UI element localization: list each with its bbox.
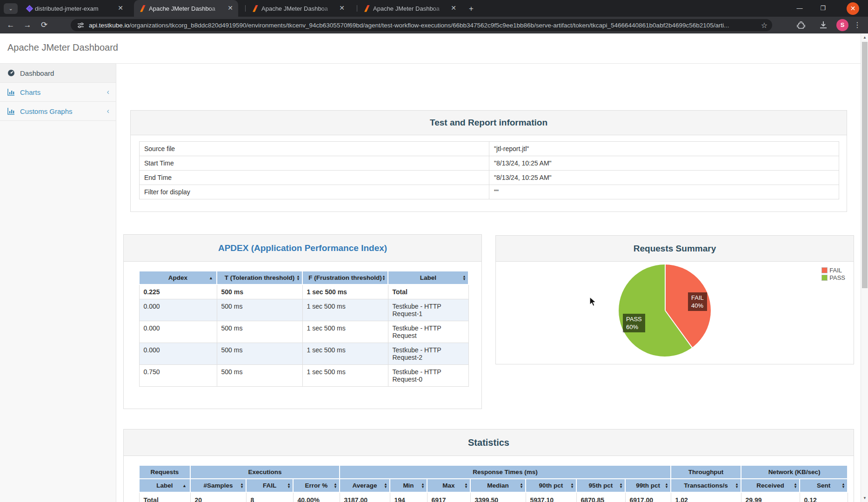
column-header-sent[interactable]: Sent▴▾ (800, 479, 848, 492)
sort-icon: ▴▾ (465, 483, 467, 489)
legend-item-fail: FAIL (821, 266, 845, 274)
pie-slice-divider (665, 264, 666, 310)
extensions-icon[interactable] (796, 20, 806, 30)
cell: 8 (246, 492, 293, 502)
sort-icon: ▴▾ (571, 483, 573, 489)
tab-close-icon[interactable]: ✕ (226, 4, 234, 13)
sidebar-item-charts[interactable]: Charts ‹ (0, 83, 116, 102)
panel-header: APDEX (Application Performance Index) (124, 235, 481, 262)
table-row: 0.000 500 ms 1 sec 500 ms Testkube - HTT… (139, 299, 468, 321)
cell: 40.00% (293, 492, 340, 502)
mouse-cursor (589, 297, 598, 307)
sort-icon: ▴▾ (666, 483, 668, 489)
screen: ⌄ distributed-jmeter-exam ✕ Apache JMete… (0, 0, 868, 502)
scroll-down-icon[interactable]: ▼ (861, 496, 868, 500)
column-header-received[interactable]: Received▴▾ (741, 479, 800, 492)
group-header-network: Network (KB/sec) (741, 465, 848, 479)
cell: Testkube - HTTP Request-1 (388, 299, 468, 321)
tab-close-icon[interactable]: ✕ (116, 4, 125, 13)
column-header-fail[interactable]: FAIL▴▾ (246, 479, 293, 492)
cell: 0.000 (139, 321, 217, 343)
column-header-error[interactable]: Error %▴▾ (293, 479, 340, 492)
browser-menu-icon[interactable]: ⋮ (851, 19, 863, 31)
sort-icon: ▴▾ (383, 275, 385, 281)
browser-tab-2-active[interactable]: Apache JMeter Dashboa ✕ (134, 0, 238, 17)
chevron-left-icon[interactable]: ‹ (107, 88, 109, 96)
cell: 0.12 (800, 492, 848, 502)
group-header-executions: Executions (190, 465, 340, 479)
cell: 6917 (427, 492, 470, 502)
column-header-median[interactable]: Median▴▾ (470, 479, 526, 492)
apdex-table: Apdex▲ T (Toleration threshold)▴▾ F (Fru… (139, 271, 469, 387)
sidebar-item-customs-graphs[interactable]: Customs Graphs ‹ (0, 102, 116, 121)
group-header-requests: Requests (139, 465, 190, 479)
tab-search-button[interactable]: ⌄ (4, 3, 18, 14)
column-header-label[interactable]: Label▲ (139, 479, 190, 492)
panel-title: Test and Report information (430, 118, 548, 128)
sort-asc-icon: ▲ (209, 276, 213, 280)
info-value: "8/13/24, 10:25 AM" (489, 156, 839, 171)
browser-tab-4[interactable]: Apache JMeter Dashboa ✕ (358, 0, 461, 17)
cell: 0.000 (139, 299, 217, 321)
scrollbar-thumb[interactable] (862, 42, 868, 288)
browser-tab-1[interactable]: distributed-jmeter-exam ✕ (21, 0, 128, 17)
group-header-response-times: Response Times (ms) (340, 465, 671, 479)
column-header-average[interactable]: Average▴▾ (340, 479, 390, 492)
tab-title: Apache JMeter Dashboa (149, 5, 223, 12)
bookmark-star-icon[interactable]: ☆ (761, 21, 768, 30)
column-header-apdex[interactable]: Apdex▲ (139, 271, 217, 284)
forward-icon[interactable]: → (21, 19, 33, 31)
cell: 194 (390, 492, 427, 502)
profile-avatar[interactable]: S (836, 19, 848, 31)
sort-icon: ▴▾ (620, 483, 622, 489)
reload-icon[interactable]: ⟳ (38, 19, 50, 31)
column-header-label[interactable]: Label▴▾ (388, 271, 468, 284)
pass-swatch-icon (821, 275, 828, 281)
cell: 500 ms (217, 321, 302, 343)
pie-legend: FAIL PASS (821, 266, 845, 281)
tab-close-icon[interactable]: ✕ (338, 4, 346, 13)
info-label: Filter for display (140, 185, 489, 199)
column-header-toleration[interactable]: T (Toleration threshold)▴▾ (217, 271, 302, 284)
new-tab-button[interactable]: + (466, 4, 476, 14)
info-label: End Time (140, 171, 489, 185)
panel-header: Requests Summary (496, 236, 854, 262)
column-header-transactions[interactable]: Transactions/s▴▾ (671, 479, 741, 492)
window-close-button[interactable]: ✕ (847, 2, 859, 15)
page-scrollbar[interactable]: ▲ ▼ (861, 33, 868, 502)
table-row: Start Time "8/13/24, 10:25 AM" (140, 156, 839, 171)
window-restore-button[interactable]: ❐ (818, 4, 828, 14)
url-path: /organizations/tkcorg_b8ddc820d4919590/e… (129, 22, 729, 29)
jmeter-favicon-icon (252, 5, 259, 12)
sidebar-item-label: Customs Graphs (20, 107, 73, 115)
legend-item-pass: PASS (821, 274, 845, 281)
column-header-95pct[interactable]: 95th pct▴▾ (576, 479, 625, 492)
downloads-icon[interactable] (819, 20, 828, 30)
sidebar-item-dashboard[interactable]: Dashboard (0, 64, 116, 83)
scroll-up-icon[interactable]: ▲ (861, 35, 868, 40)
cell: Total (388, 284, 468, 299)
column-header-min[interactable]: Min▴▾ (390, 479, 427, 492)
back-icon[interactable]: ← (5, 19, 17, 31)
browser-tab-3[interactable]: Apache JMeter Dashboa ✕ (247, 0, 350, 17)
chevron-left-icon[interactable]: ‹ (107, 107, 109, 115)
url-bar[interactable]: api.testkube.io/organizations/tkcorg_b8d… (71, 19, 772, 31)
column-header-90pct[interactable]: 90th pct▴▾ (526, 479, 576, 492)
info-label: Source file (140, 142, 489, 156)
sort-icon: ▴▾ (422, 483, 424, 489)
table-row: 0.225 500 ms 1 sec 500 ms Total (139, 284, 468, 299)
panel-title: Statistics (468, 437, 509, 448)
column-header-frustration[interactable]: F (Frustration threshold)▴▾ (302, 271, 388, 284)
url-text[interactable]: api.testkube.io/organizations/tkcorg_b8d… (89, 22, 757, 29)
site-settings-icon[interactable] (77, 22, 84, 29)
column-header-samples[interactable]: #Samples▴▾ (190, 479, 246, 492)
table-row: Source file "jtl-report.jtl" (140, 142, 839, 156)
legend-label: FAIL (829, 267, 842, 274)
tab-close-icon[interactable]: ✕ (449, 4, 458, 13)
cell: 500 ms (217, 365, 302, 387)
column-header-max[interactable]: Max▴▾ (427, 479, 470, 492)
window-minimize-button[interactable]: — (795, 4, 805, 14)
column-header-99pct[interactable]: 99th pct▴▾ (625, 479, 671, 492)
diamond-favicon-icon (26, 5, 33, 12)
info-label: Start Time (140, 156, 489, 171)
